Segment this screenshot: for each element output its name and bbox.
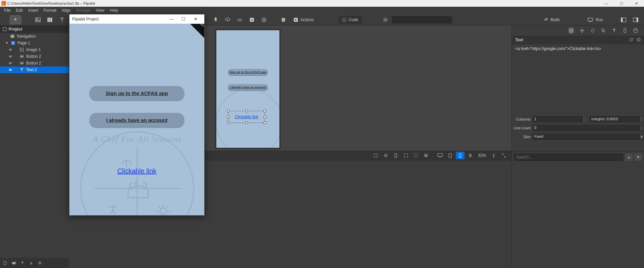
visibility-icon[interactable] [8,68,13,72]
new-folder-icon[interactable]: + [11,261,16,265]
search-input[interactable] [514,153,623,161]
preview-minimize-button[interactable]: — [165,16,177,21]
window-maximize-button[interactable]: ☐ [614,0,629,7]
menu-view[interactable]: View [93,7,107,13]
add-button[interactable]: + [9,15,21,25]
arrow-up-icon[interactable] [20,261,25,265]
svg-rect-4 [51,18,52,22]
linecount-stepper[interactable] [639,125,644,131]
brightness-icon[interactable] [381,152,390,159]
menu-format[interactable]: Format [41,7,59,13]
mode-device-icon[interactable] [622,28,628,34]
android-icon[interactable] [466,152,475,159]
svg-rect-22 [3,28,6,31]
menu-edit[interactable]: Edit [13,7,25,13]
menu-insert[interactable]: Insert [25,7,41,13]
build-button[interactable]: Build [540,15,563,25]
divide-icon[interactable] [38,261,42,265]
mode-paint-icon[interactable] [590,28,596,34]
expand-icon[interactable] [401,152,410,159]
microphone-icon[interactable] [210,15,221,25]
download-square-icon[interactable] [246,15,258,25]
columns-stepper[interactable] [582,116,587,122]
tree-page[interactable]: ▼ Page 1 [0,40,69,46]
run-button[interactable]: Run [584,15,606,25]
crop-icon[interactable] [371,152,380,159]
collapse-icon[interactable] [499,152,508,159]
preview-close-button[interactable]: ✕ [190,16,202,21]
tree-navigation[interactable]: Navigation [0,33,69,40]
mode-move-icon[interactable] [579,28,585,34]
margins-stepper[interactable] [639,116,644,122]
mode-database-icon[interactable] [633,28,639,34]
command-input[interactable] [392,16,452,24]
device-phone-icon[interactable] [456,152,465,159]
svg-rect-11 [284,18,285,21]
gear-icon[interactable] [380,15,391,25]
preview-maximize-button[interactable]: ☐ [177,16,190,21]
preview-window[interactable]: Flipabit Project — ☐ ✕ A Chef For All Se… [69,14,205,216]
device-desktop-icon[interactable] [436,152,444,159]
zoom-stepper[interactable]: ▲▼ [489,152,498,159]
canvas-text-link[interactable]: Clickable link [235,115,258,119]
code-button[interactable]: # Code [338,16,362,24]
actions-button[interactable]: Actions [290,15,317,25]
linecount-input[interactable]: 0 [533,125,639,131]
image-icon [19,47,24,52]
selection-box[interactable]: Clickable link [228,111,265,123]
tree-item-button2a[interactable]: Button 2 [0,53,69,60]
grid-dashed-icon[interactable] [412,152,420,159]
search-up-button[interactable]: ▲ [625,153,633,161]
mode-text-icon[interactable] [611,28,617,34]
magnet-icon[interactable] [422,152,430,159]
new-file-icon[interactable] [3,261,7,265]
tree-item-button2b[interactable]: Button 2 [0,60,69,66]
preview-title: Flipabit Project [72,17,99,21]
slideshow-icon[interactable] [44,15,56,25]
menu-file[interactable]: File [1,7,13,13]
menu-align[interactable]: Align [59,7,73,13]
preview-button-signup[interactable]: Sign up to the ACFAS app [90,86,184,100]
size-label: Size [512,135,533,139]
arrow-down-icon[interactable] [29,261,34,265]
pause-icon[interactable] [278,15,289,25]
phone-portrait-icon[interactable] [391,152,400,159]
window-minimize-button[interactable]: — [599,0,614,7]
refresh-icon[interactable] [629,38,633,43]
size-dropdown-icon[interactable]: ▼ [639,134,644,140]
svg-rect-39 [39,263,41,263]
currency-icon[interactable]: $ [258,15,270,25]
tree-item-image1[interactable]: Image 1 [0,46,69,53]
device-tablet-icon[interactable] [446,152,454,159]
project-header[interactable]: Project [0,26,69,33]
chef-doodles [81,132,195,215]
margins-input[interactable]: margins: 0.0010 [590,116,639,122]
svg-rect-54 [638,39,639,41]
chef-logo-image: A Chef For All Seasons [80,131,194,215]
info-icon[interactable] [637,38,641,43]
text-icon[interactable] [56,15,68,25]
canvas-button-signup[interactable]: Sign up to the ACFAS app [228,69,268,76]
search-down-button[interactable]: ▼ [635,153,642,161]
mode-3d-icon[interactable] [568,28,574,34]
preview-titlebar[interactable]: Flipabit Project — ☐ ✕ [69,14,204,24]
layout-left-icon[interactable] [618,15,629,25]
visibility-icon[interactable] [8,54,13,59]
image-icon[interactable] [32,15,44,25]
columns-input[interactable]: 1 [533,116,582,122]
button-icon [19,54,24,59]
text-content-area[interactable]: <a href="https://google.com/">Clickable … [512,44,644,115]
cloud-download-icon[interactable] [222,15,233,25]
layout-right-icon[interactable] [630,15,641,25]
mode-pointer-icon[interactable] [600,28,606,34]
menu-help[interactable]: Help [107,7,121,13]
window-close-button[interactable]: ✕ [629,0,644,7]
preview-button-login[interactable]: I already have an account [90,113,184,127]
size-select[interactable]: Fixed [533,134,639,140]
tree-item-text2[interactable]: Text 2 [0,66,69,73]
variable-icon[interactable]: (x) [234,15,246,25]
device-canvas[interactable]: Sign up to the ACFAS app I already have … [215,29,281,149]
visibility-icon[interactable] [8,47,13,52]
visibility-icon[interactable] [8,61,13,65]
svg-rect-16 [588,18,593,21]
